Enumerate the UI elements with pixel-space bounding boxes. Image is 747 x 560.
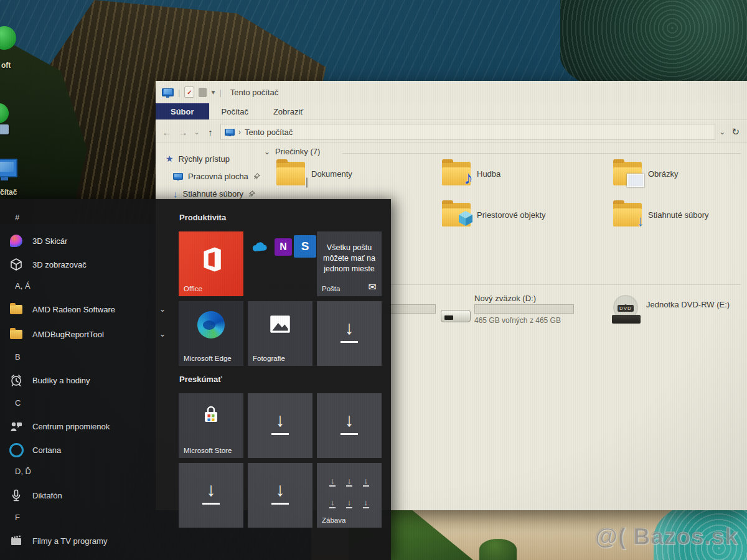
tab-view[interactable]: Zobraziť: [261, 103, 316, 119]
tile-office[interactable]: Office: [179, 231, 243, 296]
tile-onenote[interactable]: N: [273, 236, 294, 258]
separator: |: [178, 88, 180, 97]
download-arrow-icon: ↓: [248, 480, 312, 499]
this-pc-desktop-icon[interactable]: [0, 159, 17, 177]
app-list-item-3d-zobrazovac[interactable]: 3D zobrazovač: [9, 255, 174, 274]
tile-store[interactable]: Microsoft Store: [179, 393, 243, 458]
download-icon: ↓: [173, 189, 178, 198]
breadcrumb[interactable]: Tento počítač: [245, 128, 293, 137]
app-list-header[interactable]: D, Ď: [15, 467, 31, 476]
this-pc-desktop-label: čítač: [0, 188, 17, 197]
feedback-icon: [9, 419, 24, 434]
address-input[interactable]: › Tento počítač: [220, 124, 715, 140]
properties-button[interactable]: ✓: [184, 86, 194, 98]
expand-chevron-icon[interactable]: ⌄: [159, 330, 166, 338]
customize-toolbar-chevron[interactable]: ▾: [211, 88, 215, 96]
sidebar-item-label: Pracovná plocha: [188, 172, 248, 181]
title-bar[interactable]: | ✓ ▾ | Tento počítač: [156, 81, 747, 103]
folder-label: Stiahnuté súbory: [648, 210, 709, 220]
folders-section-header[interactable]: ⌄ Priečinky (7): [264, 147, 320, 156]
sidebar-item-desktop[interactable]: Pracovná plocha: [173, 169, 260, 183]
drive-name: Nový zväzok (D:): [474, 294, 536, 303]
new-folder-button[interactable]: [199, 88, 207, 97]
desktop-icon: [173, 173, 183, 180]
tile-pending-download[interactable]: ↓: [179, 463, 243, 528]
tile-photos[interactable]: Fotografie: [248, 301, 312, 366]
folder-3d-objects-icon: [442, 203, 471, 226]
dvd-badge: DVD: [618, 305, 634, 312]
folder-item-pictures[interactable]: Obrázky: [613, 162, 678, 185]
mini-download-grid: ↓ ↓ ↓ ↓ ↓ ↓: [324, 477, 374, 506]
mail-promo-text: Všetku poštu môžete mať na jednom mieste: [321, 243, 378, 274]
folder-label: Dokumenty: [311, 169, 352, 179]
folder-label: Hudba: [477, 169, 500, 179]
recent-locations-chevron[interactable]: ⌄: [193, 128, 200, 136]
tile-onedrive[interactable]: [249, 236, 270, 258]
onedrive-cloud-icon: [250, 241, 269, 253]
download-underline: [341, 341, 358, 343]
tile-group-title-productivity[interactable]: Produktivita: [179, 213, 226, 222]
breadcrumb-chevron[interactable]: ›: [238, 128, 241, 136]
address-bar: ← → ⌄ ↑ › Tento počítač ⌄ ↻: [156, 122, 747, 142]
tile-folder-entertainment[interactable]: ↓ ↓ ↓ ↓ ↓ ↓ Zábava: [317, 463, 382, 528]
tile-mail[interactable]: Všetku poštu môžete mať na jednom mieste…: [317, 231, 382, 296]
app-list-header[interactable]: B: [15, 352, 21, 362]
app-list-item-voice-recorder[interactable]: Diktafón: [9, 486, 174, 505]
download-underline: [202, 503, 220, 505]
download-arrow-icon: ↓: [179, 480, 243, 499]
app-list-item-feedback-hub[interactable]: Centrum pripomienok: [9, 417, 174, 436]
monitor-screen: oft čítač | ✓ ▾ | Tento počítač Súbor Po…: [0, 0, 747, 560]
download-arrow-icon: ↓: [317, 411, 382, 429]
app-list-item-cortana[interactable]: Cortana: [9, 441, 174, 459]
quick-access-toolbar: | ✓ ▾ |: [156, 86, 222, 98]
sidebar-item-quick-access[interactable]: ★ Rýchly prístup: [166, 152, 230, 166]
app-list-item-amd-bugreport[interactable]: AMDBugReportTool ⌄: [9, 325, 174, 343]
download-arrow-icon: ↓: [344, 498, 354, 506]
folder-item-3d-objects[interactable]: Priestorové objekty: [442, 203, 546, 226]
dvd-drive-icon: DVD: [612, 295, 641, 324]
folder-music-icon: ♪: [442, 162, 471, 185]
download-arrow-icon: ↓: [361, 498, 371, 506]
tab-computer[interactable]: Počítač: [209, 103, 261, 119]
app-list-item-3d-skicar[interactable]: 3D Skicár: [9, 231, 174, 250]
download-arrow-icon: ↓: [248, 411, 312, 429]
back-button[interactable]: ←: [161, 127, 173, 138]
tile-skype[interactable]: S: [294, 235, 316, 258]
bazos-watermark: @( Bazos.sk: [595, 524, 738, 550]
app-list-item-movies-tv[interactable]: Filmy a TV programy: [9, 531, 174, 550]
tile-group-title-explore[interactable]: Preskúmať: [179, 375, 222, 384]
download-arrow-icon: ↓: [327, 498, 337, 506]
tab-file[interactable]: Súbor: [156, 103, 209, 119]
edge-icon: [197, 311, 225, 338]
app-list-header[interactable]: A, Á: [15, 281, 31, 291]
app-list-item-alarms[interactable]: Budíky a hodiny: [9, 371, 174, 390]
folder-item-downloads[interactable]: ↓ Stiahnuté súbory: [613, 203, 709, 226]
tile-pending-download[interactable]: ↓: [317, 393, 382, 458]
download-arrow-icon: ↓: [327, 477, 337, 485]
app-list-header[interactable]: F: [15, 513, 20, 522]
address-dropdown-chevron[interactable]: ⌄: [719, 128, 725, 136]
beach-bush: [479, 539, 517, 560]
drive-free-space: 465 GB voľných z 465 GB: [474, 316, 561, 325]
folder-item-documents[interactable]: Dokumenty: [276, 162, 352, 185]
start-menu: # 3D Skicár 3D zobrazovač A, Á AMD Radeo…: [0, 199, 391, 560]
app-list-header[interactable]: #: [15, 213, 19, 222]
refresh-button[interactable]: ↻: [729, 126, 742, 138]
app-list-header[interactable]: C: [15, 398, 21, 408]
tile-pending-download[interactable]: ↓: [248, 393, 312, 458]
store-icon: [199, 403, 223, 428]
app-list-item-amd-radeon[interactable]: AMD Radeon Software ⌄: [9, 300, 174, 319]
collapse-chevron-icon[interactable]: ⌄: [264, 147, 270, 156]
tile-pending-download[interactable]: ↓: [248, 463, 312, 528]
up-button[interactable]: ↑: [204, 127, 217, 138]
desktop-shortcut-icon[interactable]: [0, 124, 9, 134]
tile-edge[interactable]: Microsoft Edge: [179, 301, 243, 366]
star-icon: ★: [166, 154, 174, 164]
section-rule: [342, 153, 741, 154]
tile-pending-download[interactable]: ↓: [317, 301, 382, 366]
sidebar-item-downloads[interactable]: ↓ Stiahnuté súbory: [173, 187, 255, 200]
folder-item-music[interactable]: ♪ Hudba: [442, 162, 500, 185]
forward-button[interactable]: →: [177, 127, 189, 138]
microphone-icon: [9, 488, 24, 503]
expand-chevron-icon[interactable]: ⌄: [159, 305, 166, 314]
